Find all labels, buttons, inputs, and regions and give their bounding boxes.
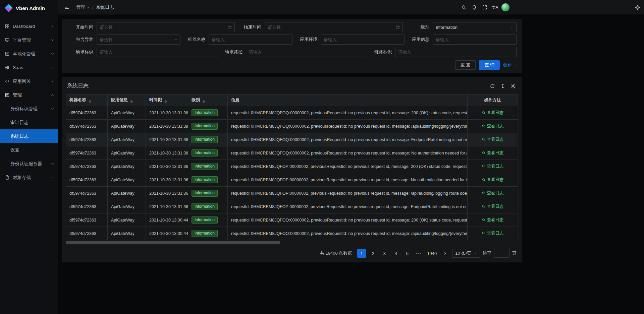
cell-app: ApiGateWay xyxy=(108,146,146,160)
table-settings-icon[interactable] xyxy=(511,83,516,89)
magnifier-icon xyxy=(482,178,486,182)
view-log-button[interactable]: 查看日志 xyxy=(482,177,504,183)
request-path-input[interactable] xyxy=(249,50,364,55)
sidebar-item-system-logs[interactable]: 系统日志 xyxy=(0,129,58,143)
cell-level: Information xyxy=(188,200,228,213)
cell-timestamp: 2021-10-30 13:30:44 xyxy=(146,227,188,240)
jump-page-input[interactable] xyxy=(494,249,509,258)
column-height-icon[interactable] xyxy=(500,83,505,89)
avatar[interactable] xyxy=(500,0,511,15)
breadcrumb-section[interactable]: 管理 xyxy=(76,4,90,10)
page-1[interactable]: 1 xyxy=(357,249,366,258)
level-badge: Information xyxy=(192,216,218,224)
sidebar-item-app-gateway[interactable]: 应用网关 xyxy=(0,74,58,88)
view-log-button[interactable]: 查看日志 xyxy=(482,123,504,129)
view-log-button[interactable]: 查看日志 xyxy=(482,150,504,156)
collapse-link[interactable]: 收起 xyxy=(503,62,517,68)
magnifier-icon xyxy=(482,151,486,155)
search-button[interactable]: 查 询 xyxy=(479,60,500,70)
cell-message: requestId: 0HMCRBM8JQFOP:00000002, previ… xyxy=(228,173,468,187)
table-body: df5974d72363 ApiGateWay 2021-10-30 13:31… xyxy=(66,106,518,240)
next-page-button[interactable] xyxy=(441,249,449,258)
app-info-input[interactable] xyxy=(436,37,514,42)
sidebar-item-localization-management[interactable]: 本地化管理 xyxy=(0,47,58,61)
request-path-field[interactable] xyxy=(246,47,367,57)
page-2[interactable]: 2 xyxy=(369,249,377,258)
page-3[interactable]: 3 xyxy=(380,249,389,258)
column-header-machine[interactable]: 机器名称 xyxy=(66,95,108,106)
sidebar-item-object-storage[interactable]: 对象存储 xyxy=(0,171,58,184)
menu-fold-icon[interactable] xyxy=(62,0,72,15)
settings-icon[interactable] xyxy=(632,0,642,15)
sidebar-item-dashboard[interactable]: Dashboard xyxy=(0,19,58,33)
field-label-machine-name: 机器名称 xyxy=(182,37,205,43)
page-ellipsis[interactable]: ••• xyxy=(414,249,423,258)
sidebar-item-auth-server[interactable]: 身份认证服务器 xyxy=(0,157,58,171)
page-5[interactable]: 5 xyxy=(403,249,412,258)
sidebar-item-management[interactable]: 管理 xyxy=(0,88,58,102)
chevron-down-icon xyxy=(51,38,54,42)
sidebar-item-label: 本地化管理 xyxy=(13,51,51,57)
view-log-button[interactable]: 查看日志 xyxy=(482,190,504,196)
sidebar-item-platform-management[interactable]: 平台管理 xyxy=(0,33,58,47)
trace-id-input[interactable] xyxy=(398,50,514,55)
end-time-input[interactable] xyxy=(268,25,393,30)
end-time-datepicker[interactable] xyxy=(265,22,403,32)
sidebar-item-settings[interactable]: 设置 xyxy=(0,143,58,157)
sidebar-item-label: 平台管理 xyxy=(13,37,51,43)
view-log-button[interactable]: 查看日志 xyxy=(482,110,504,116)
level-badge: Information xyxy=(192,109,218,116)
cell-timestamp: 2021-10-30 13:31:38 xyxy=(146,133,188,146)
view-log-button[interactable]: 查看日志 xyxy=(482,164,504,169)
sidebar-item-audit-logs[interactable]: 审计日志 xyxy=(0,116,58,129)
level-badge: Information xyxy=(192,136,218,143)
cell-app: ApiGateWay xyxy=(108,106,146,120)
page-1940[interactable]: 1940 xyxy=(426,249,438,258)
table-row: df5974d72363 ApiGateWay 2021-10-30 13:31… xyxy=(66,200,518,213)
bell-icon[interactable] xyxy=(469,0,479,15)
app-environment-input[interactable] xyxy=(324,37,401,42)
sidebar-item-identity-management[interactable]: 身份标识管理 xyxy=(0,102,58,116)
view-log-button[interactable]: 查看日志 xyxy=(482,204,504,209)
reset-button[interactable]: 重 置 xyxy=(455,60,476,70)
chevron-down-icon xyxy=(51,107,54,111)
level-select[interactable] xyxy=(433,22,517,32)
page-size-select[interactable]: 10 条/页 xyxy=(452,249,480,258)
view-log-button[interactable]: 查看日志 xyxy=(482,217,504,223)
search-icon[interactable] xyxy=(459,0,469,15)
table-row: df5974d72363 ApiGateWay 2021-10-30 13:31… xyxy=(66,160,518,173)
column-header-app[interactable]: 应用信息 xyxy=(108,95,146,106)
translate-icon[interactable]: 文A xyxy=(490,0,500,15)
cell-actions: 查看日志 xyxy=(468,227,518,240)
view-log-button[interactable]: 查看日志 xyxy=(482,137,504,142)
start-time-input[interactable] xyxy=(100,25,225,30)
level-select-value[interactable] xyxy=(436,25,508,30)
app-logo[interactable]: Vben Admin xyxy=(0,0,58,16)
trace-id-field[interactable] xyxy=(395,47,517,57)
page-4[interactable]: 4 xyxy=(391,249,400,258)
chevron-up-icon xyxy=(513,63,517,67)
magnifier-icon xyxy=(482,191,486,195)
platform-icon xyxy=(5,38,10,43)
app-info-field[interactable] xyxy=(433,35,517,45)
refresh-icon[interactable] xyxy=(490,83,495,89)
column-header-timestamp[interactable]: 时间戳 xyxy=(146,95,188,106)
scrollbar-thumb[interactable] xyxy=(66,241,280,244)
request-id-input[interactable] xyxy=(100,50,215,55)
column-header-level[interactable]: 级别 xyxy=(188,95,228,106)
cell-timestamp: 2021-10-30 13:31:36 xyxy=(146,187,188,200)
app-environment-field[interactable] xyxy=(321,35,405,45)
cell-timestamp: 2021-10-30 13:31:36 xyxy=(146,173,188,187)
cell-message: requestId: 0HMCRBM8JQFOP:00000002, previ… xyxy=(228,200,468,213)
chevron-down-icon xyxy=(51,66,54,69)
view-log-button[interactable]: 查看日志 xyxy=(482,231,504,236)
machine-name-field[interactable] xyxy=(209,35,292,45)
request-id-field[interactable] xyxy=(97,47,218,57)
fullscreen-icon[interactable] xyxy=(479,0,490,15)
sidebar-item-saas[interactable]: Saas xyxy=(0,61,58,74)
machine-name-input[interactable] xyxy=(212,37,289,42)
start-time-datepicker[interactable] xyxy=(97,22,235,32)
has-exception-value[interactable] xyxy=(100,37,172,42)
cell-actions: 查看日志 xyxy=(468,146,518,160)
has-exception-select[interactable] xyxy=(97,35,180,45)
